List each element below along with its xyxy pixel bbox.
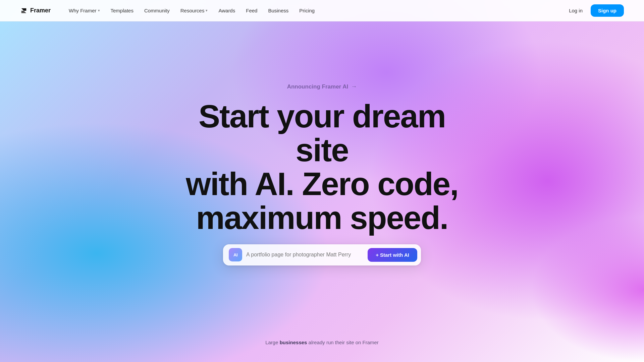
start-with-ai-button[interactable]: + Start with AI [368,248,417,262]
hero-footer-bold: businesses [280,340,307,345]
nav-actions: Log in Sign up [564,4,624,17]
chevron-down-icon: ▾ [206,8,208,13]
nav-link-feed[interactable]: Feed [241,5,262,16]
nav-logo-text: Framer [30,7,51,14]
nav-link-templates[interactable]: Templates [106,5,138,16]
nav-link-resources[interactable]: Resources ▾ [176,5,213,16]
hero-footer: Large businesses already run their site … [265,340,379,345]
navbar: Framer Why Framer ▾ Templates Community … [0,0,644,21]
announcement-link[interactable]: Announcing Framer AI → [287,83,357,90]
nav-link-pricing[interactable]: Pricing [294,5,319,16]
announcement-text: Announcing Framer AI [287,83,348,90]
nav-link-why-framer[interactable]: Why Framer ▾ [64,5,105,16]
nav-link-community[interactable]: Community [140,5,174,16]
arrow-right-icon: → [351,83,357,90]
chevron-down-icon: ▾ [98,8,100,13]
hero-headline: Start your dream site with AI. Zero code… [171,100,473,235]
nav-link-awards[interactable]: Awards [214,5,240,16]
ai-icon: AI [229,248,242,261]
framer-logo-icon [20,7,28,14]
nav-logo[interactable]: Framer [20,7,51,14]
nav-links: Why Framer ▾ Templates Community Resourc… [64,5,564,16]
login-button[interactable]: Log in [564,5,588,16]
signup-button[interactable]: Sign up [591,4,624,17]
ai-search-box: AI + Start with AI [223,244,421,265]
hero-content: Announcing Framer AI → Start your dream … [171,83,473,265]
ai-icon-label: AI [233,252,237,257]
hero-section: Announcing Framer AI → Start your dream … [0,0,644,362]
nav-link-business[interactable]: Business [263,5,293,16]
ai-prompt-input[interactable] [246,252,364,258]
